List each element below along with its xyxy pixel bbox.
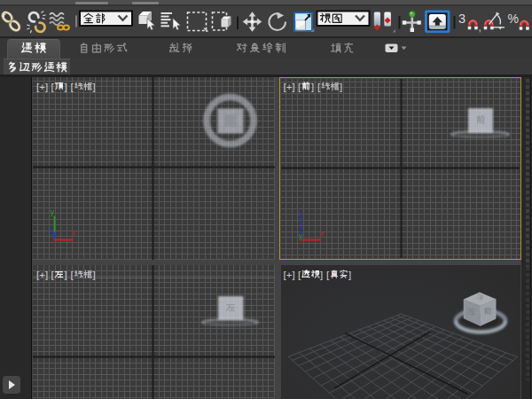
svg-text:]: ] (93, 82, 96, 92)
svg-text:[: [ (298, 270, 301, 280)
svg-text:z: z (298, 208, 302, 218)
svg-text:y: y (299, 231, 303, 240)
svg-text:[+]: [+] (284, 82, 295, 92)
svg-text:,: , (479, 21, 481, 34)
svg-text:]: ] (348, 270, 351, 280)
svg-text:[: [ (298, 82, 301, 92)
svg-text:y: y (51, 207, 55, 216)
svg-text:x: x (320, 228, 325, 238)
svg-text:x: x (72, 228, 76, 238)
svg-text:[+]: [+] (36, 270, 48, 280)
svg-text:]: ] (93, 270, 96, 280)
svg-text:]: ] (320, 270, 323, 280)
svg-text:[+]: [+] (36, 82, 48, 92)
svg-text:[: [ (326, 270, 330, 280)
svg-text:[+]: [+] (284, 270, 295, 280)
svg-text:]: ] (340, 82, 342, 92)
svg-text:]: ] (65, 270, 67, 280)
svg-text:%: % (508, 12, 519, 26)
svg-text:3: 3 (458, 12, 466, 26)
svg-text:]: ] (311, 82, 314, 92)
svg-text:]: ] (65, 82, 67, 92)
svg-text:z: z (50, 226, 53, 235)
